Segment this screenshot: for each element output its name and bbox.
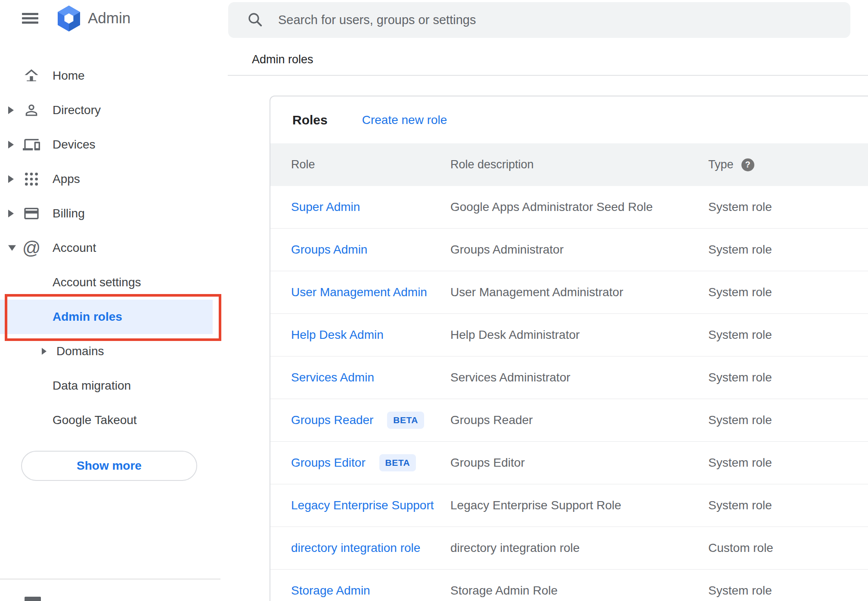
role-description: Groups Administrator: [450, 243, 708, 257]
sidebar-item-label: Home: [53, 69, 85, 83]
role-description: Services Administrator: [450, 371, 708, 384]
expand-caret-icon[interactable]: [8, 141, 14, 149]
beta-badge: BETA: [387, 412, 424, 429]
sidebar-item-account[interactable]: @ Account: [0, 231, 228, 265]
table-row: Groups Reader BETA Groups Reader System …: [270, 399, 868, 442]
devices-icon: [23, 136, 40, 153]
table-row: directory integration role directory int…: [270, 527, 868, 570]
sidebar-item-domains[interactable]: Domains: [0, 334, 228, 369]
expand-caret-icon[interactable]: [8, 106, 14, 114]
role-type: System role: [708, 499, 868, 512]
expand-caret-icon[interactable]: [8, 175, 14, 183]
sidebar-item-label: Billing: [53, 207, 85, 220]
role-link[interactable]: Help Desk Admin: [291, 328, 384, 341]
hamburger-menu-icon[interactable]: [22, 13, 38, 24]
sidebar-item-billing[interactable]: Billing: [0, 196, 228, 231]
sidebar-item-label: Account settings: [53, 276, 141, 289]
sidebar-item-google-takeout[interactable]: Google Takeout: [0, 403, 228, 437]
role-type: System role: [708, 456, 868, 470]
sidebar-item-directory[interactable]: Directory: [0, 93, 228, 127]
role-description: User Management Administrator: [450, 285, 708, 299]
role-link[interactable]: directory integration role: [291, 541, 420, 555]
sidebar-item-apps[interactable]: Apps: [0, 162, 228, 196]
sidebar-item-label: Google Takeout: [53, 413, 137, 427]
sidebar-item-label: Admin roles: [53, 310, 122, 324]
table-row: Groups Admin Groups Administrator System…: [270, 229, 868, 271]
page-title: Admin roles: [252, 53, 313, 66]
roles-card-header: Roles Create new role: [270, 96, 868, 143]
sidebar-nav: Home Directory Devices Apps: [0, 59, 228, 437]
credit-card-icon: [23, 205, 40, 222]
role-link[interactable]: Legacy Enterprise Support: [291, 499, 434, 512]
role-type: System role: [708, 243, 868, 257]
table-row: User Management Admin User Management Ad…: [270, 271, 868, 314]
role-type: Custom role: [708, 541, 868, 555]
search-icon: [246, 11, 264, 30]
role-link[interactable]: Storage Admin: [291, 584, 370, 597]
apps-grid-icon: [23, 170, 40, 188]
role-type: System role: [708, 285, 868, 299]
card-title: Roles: [292, 113, 328, 127]
role-type: System role: [708, 200, 868, 214]
search-input[interactable]: [277, 12, 850, 28]
role-link[interactable]: Super Admin: [291, 200, 360, 214]
header-divider: [228, 75, 868, 76]
role-type: System role: [708, 328, 868, 342]
role-description: Storage Admin Role: [450, 584, 708, 598]
expand-caret-icon[interactable]: [42, 348, 46, 355]
role-type: System role: [708, 413, 868, 427]
create-new-role-link[interactable]: Create new role: [362, 113, 447, 127]
role-description: Groups Reader: [450, 413, 708, 427]
table-header-row: Role Role description Type ?: [270, 143, 868, 186]
role-link[interactable]: Groups Reader: [291, 413, 373, 427]
role-link[interactable]: Groups Editor: [291, 456, 366, 469]
sidebar-item-label: Devices: [53, 138, 96, 152]
help-icon[interactable]: ?: [741, 158, 754, 171]
sidebar-item-label: Apps: [53, 172, 80, 186]
role-description: Help Desk Administrator: [450, 328, 708, 342]
admin-logo-icon: [55, 5, 83, 32]
table-row: Help Desk Admin Help Desk Administrator …: [270, 314, 868, 356]
sidebar-item-admin-roles[interactable]: Admin roles: [0, 300, 213, 334]
at-sign-icon: @: [23, 239, 40, 257]
sidebar-item-data-migration[interactable]: Data migration: [0, 369, 228, 403]
sidebar-divider: [0, 579, 220, 579]
table-row: Groups Editor BETA Groups Editor System …: [270, 442, 868, 484]
sidebar-item-label: Directory: [53, 103, 101, 117]
column-header-role-description: Role description: [450, 158, 708, 171]
search-bar[interactable]: [228, 2, 850, 38]
clipped-bottom-icon: [25, 597, 41, 601]
sidebar-item-label: Data migration: [53, 379, 131, 393]
show-more-button[interactable]: Show more: [21, 451, 197, 481]
role-link[interactable]: Groups Admin: [291, 243, 367, 256]
table-row: Super Admin Google Apps Administrator Se…: [270, 186, 868, 229]
collapse-caret-icon[interactable]: [8, 245, 16, 251]
role-type: System role: [708, 371, 868, 384]
role-type: System role: [708, 584, 868, 598]
role-link[interactable]: User Management Admin: [291, 285, 427, 299]
role-description: Groups Editor: [450, 456, 708, 470]
role-description: Google Apps Administrator Seed Role: [450, 200, 708, 214]
role-description: Legacy Enterprise Support Role: [450, 499, 708, 512]
table-row: Legacy Enterprise Support Legacy Enterpr…: [270, 484, 868, 527]
role-description: directory integration role: [450, 541, 708, 555]
sidebar-item-home[interactable]: Home: [0, 59, 228, 93]
table-row: Storage Admin Storage Admin Role System …: [270, 570, 868, 601]
beta-badge: BETA: [379, 454, 416, 471]
person-icon: [23, 102, 40, 119]
role-link[interactable]: Services Admin: [291, 371, 374, 384]
roles-card: Roles Create new role Role Role descript…: [270, 96, 868, 601]
expand-caret-icon[interactable]: [8, 210, 14, 217]
app-title: Admin: [88, 9, 130, 27]
table-row: Services Admin Services Administrator Sy…: [270, 356, 868, 399]
sidebar-item-devices[interactable]: Devices: [0, 127, 228, 162]
column-header-type: Type ?: [708, 158, 868, 171]
column-header-role: Role: [270, 158, 450, 171]
sidebar-item-label: Account: [53, 241, 96, 255]
sidebar-item-label: Domains: [56, 344, 104, 358]
sidebar-item-account-settings[interactable]: Account settings: [0, 265, 228, 300]
home-icon: [23, 67, 40, 84]
